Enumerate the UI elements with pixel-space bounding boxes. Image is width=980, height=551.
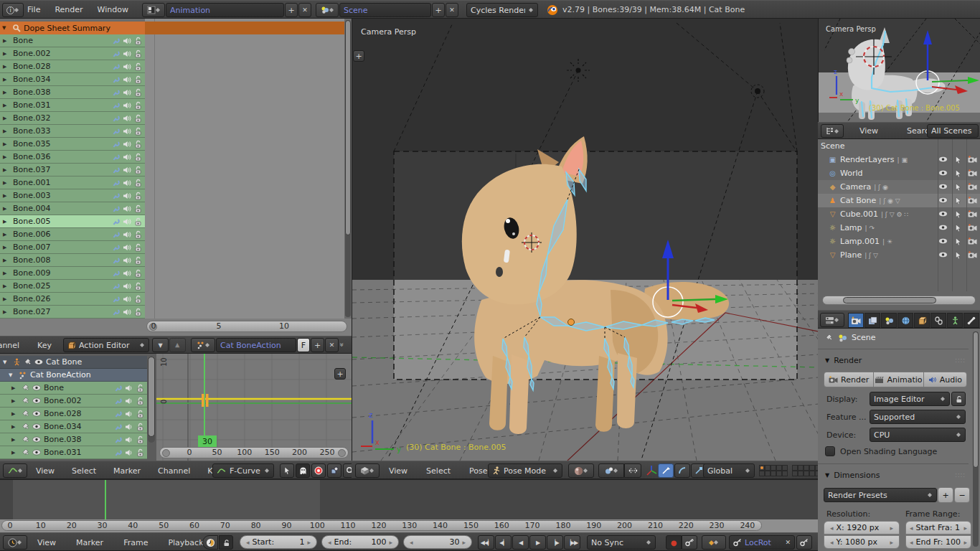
renderability-camera-icon[interactable] xyxy=(968,197,977,204)
3d-viewport[interactable]: z x y (30) Cat Bone : Bone.005 Camera Pe… xyxy=(352,19,818,461)
dopesheet-channel-row[interactable]: ▶ Bone.037 xyxy=(0,164,145,176)
channel-toggles[interactable] xyxy=(112,308,145,316)
dopesheet-channel-row[interactable]: ▶ Bone.036 xyxy=(0,151,145,164)
lock-icon[interactable] xyxy=(136,448,144,457)
normalize-button[interactable] xyxy=(311,463,326,478)
lock-icon[interactable] xyxy=(133,88,142,97)
panel-collapse-icon[interactable]: ▼ xyxy=(825,472,829,479)
start-frame-slider[interactable]: ◂ Start: 1 ▸ xyxy=(240,535,317,549)
play-button[interactable]: ▶ xyxy=(529,535,546,550)
editor-type-3dview-dropdown[interactable] xyxy=(355,463,380,478)
menu-item[interactable]: View xyxy=(37,538,56,547)
layer-grid-left[interactable] xyxy=(759,465,788,476)
mute-speaker-icon[interactable] xyxy=(123,153,131,161)
modifier-wrench-icon[interactable] xyxy=(114,397,123,405)
modifier-wrench-icon[interactable] xyxy=(112,62,121,71)
channel-toggles[interactable] xyxy=(112,140,145,149)
tab-render-layers[interactable] xyxy=(864,313,880,328)
mute-speaker-icon[interactable] xyxy=(125,397,133,405)
mute-speaker-icon[interactable] xyxy=(123,37,131,45)
mute-speaker-icon[interactable] xyxy=(123,256,131,265)
expand-triangle-icon[interactable]: ▶ xyxy=(3,128,10,134)
render-presets-dropdown[interactable]: Render Presets xyxy=(824,488,937,502)
tab-world[interactable] xyxy=(897,313,913,328)
editor-type-outliner-dropdown[interactable] xyxy=(821,124,844,138)
3d-viewport-canvas[interactable]: z x y (30) Cat Bone : Bone.005 Camera Pe… xyxy=(352,19,818,461)
channel-toggles[interactable] xyxy=(112,243,145,252)
expand-triangle-icon[interactable]: ▶ xyxy=(11,385,19,391)
modifier-wrench-icon[interactable] xyxy=(114,435,123,444)
render-panel-header[interactable]: ▼ Render :::: xyxy=(825,356,966,365)
collapse-triangle-icon[interactable]: ▼ xyxy=(2,25,9,31)
lock-icon[interactable] xyxy=(136,435,144,444)
pivot-button[interactable] xyxy=(327,463,341,478)
menu-item[interactable]: View xyxy=(389,466,407,476)
jump-to-end-button[interactable]: ▕▶▶ xyxy=(564,535,580,550)
lock-icon[interactable] xyxy=(133,243,142,252)
fake-user-button[interactable]: F xyxy=(297,338,310,352)
selectability-cursor-icon[interactable] xyxy=(955,237,961,245)
pin-icon[interactable] xyxy=(22,384,29,392)
dopesheet-channel-row[interactable]: ▶ Bone.035 xyxy=(0,138,145,151)
modifier-wrench-icon[interactable] xyxy=(114,423,123,431)
jump-to-start-button[interactable]: ◀◀▏ xyxy=(478,535,494,550)
dopesheet-channel-row[interactable]: ▶ Bone.009 xyxy=(0,267,145,280)
mute-speaker-icon[interactable] xyxy=(123,204,131,213)
pin-icon[interactable] xyxy=(22,423,29,430)
mute-speaker-icon[interactable] xyxy=(123,140,131,149)
unlink-action-button[interactable]: ✕ xyxy=(325,338,339,352)
outliner-item-row[interactable]: ◎ World xyxy=(818,166,980,180)
panel-drag-dots[interactable]: :::: xyxy=(955,472,966,479)
modifier-wrench-icon[interactable] xyxy=(112,269,121,278)
selectability-cursor-icon[interactable] xyxy=(955,156,961,164)
expand-triangle-icon[interactable]: ▶ xyxy=(3,232,10,237)
modifier-wrench-icon[interactable] xyxy=(112,230,121,239)
mute-speaker-icon[interactable] xyxy=(123,101,131,110)
renderability-camera-icon[interactable] xyxy=(968,156,977,163)
frame-start-slider[interactable]: ◂Start Fra: 1▸ xyxy=(905,521,971,534)
lock-icon[interactable] xyxy=(133,153,142,161)
fcurve-bone-channel-row[interactable]: ▶ Bone.031 xyxy=(0,446,147,459)
viewport-shading-dropdown[interactable] xyxy=(568,463,594,478)
modifier-wrench-icon[interactable] xyxy=(112,153,121,161)
timeline-track-area[interactable] xyxy=(0,479,818,519)
dopesheet-channel-row[interactable]: ▶ Bone.005 xyxy=(0,215,145,228)
mute-speaker-icon[interactable] xyxy=(125,448,133,457)
expand-triangle-icon[interactable]: ▶ xyxy=(3,193,10,199)
lock-range-button[interactable] xyxy=(219,535,233,550)
mute-speaker-icon[interactable] xyxy=(123,230,131,239)
visibility-eye-icon[interactable] xyxy=(938,251,948,258)
renderability-camera-icon[interactable] xyxy=(968,237,977,245)
eye-icon[interactable] xyxy=(32,436,41,443)
mute-speaker-icon[interactable] xyxy=(123,50,131,58)
scrollbar-thumb[interactable] xyxy=(148,357,155,437)
pin-icon[interactable] xyxy=(22,397,29,405)
properties-vscrollbar[interactable] xyxy=(973,331,979,547)
channel-toggles[interactable] xyxy=(112,192,145,200)
menu-item[interactable]: Pose xyxy=(469,466,487,476)
outliner-item-row[interactable]: ▣ RenderLayers | ▣ xyxy=(818,153,980,166)
lock-icon[interactable] xyxy=(133,50,142,58)
panel-collapse-icon[interactable]: ▼ xyxy=(825,357,829,364)
expand-triangle-icon[interactable]: ▶ xyxy=(11,411,19,417)
dopesheet-channel-row[interactable]: ▶ Bone.006 xyxy=(0,228,145,241)
editor-type-info-dropdown[interactable]: i xyxy=(2,3,24,17)
expand-triangle-icon[interactable]: ▶ xyxy=(3,77,10,83)
channel-toggles[interactable] xyxy=(114,384,147,392)
channel-toggles[interactable] xyxy=(114,397,147,405)
move-channel-down-button[interactable]: ▼ xyxy=(152,338,169,352)
lock-icon[interactable] xyxy=(133,75,142,84)
modifier-wrench-icon[interactable] xyxy=(112,88,121,97)
outliner-item-row[interactable]: ▽ Cube.001 | ʃ ▽ ⚙ ∷ xyxy=(818,207,980,221)
modifier-wrench-icon[interactable] xyxy=(112,101,121,110)
channel-toggles[interactable] xyxy=(112,295,145,303)
scene-name-field[interactable]: Scene xyxy=(339,3,431,17)
current-frame-slider[interactable]: ◂ 30 ▸ xyxy=(403,535,472,549)
fcurve-bone-channel-row[interactable]: ▶ Bone.038 xyxy=(0,433,147,446)
outliner-item-row[interactable]: ☼ Lamp.001 | ☀ xyxy=(818,235,980,248)
dopesheet-channel-row[interactable]: ▶ Bone.032 xyxy=(0,112,145,125)
pin-icon[interactable] xyxy=(825,334,834,342)
lock-icon[interactable] xyxy=(133,179,142,187)
lock-icon[interactable] xyxy=(136,423,144,431)
menu-item[interactable]: Render xyxy=(55,5,83,14)
